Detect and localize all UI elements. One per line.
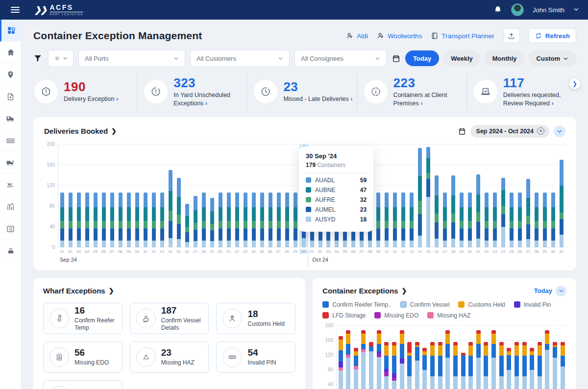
stacked-bar[interactable]: [392, 342, 396, 389]
bar-slot[interactable]: [266, 145, 274, 247]
bar-slot[interactable]: [383, 145, 391, 247]
sidebar-item-vessel[interactable]: [0, 240, 21, 262]
bar-slot[interactable]: [482, 145, 490, 247]
bar-slot[interactable]: [352, 326, 360, 389]
user-avatar[interactable]: [511, 3, 524, 16]
wharf-card-confirm-vessel-details[interactable]: 187Confirm Vessel Details: [130, 303, 209, 334]
bar-slot[interactable]: [337, 326, 344, 389]
customers-select[interactable]: All Customers: [190, 50, 290, 67]
period-weekly-button[interactable]: Weekly: [443, 50, 481, 66]
transport-planner-link[interactable]: Transport Planner: [431, 32, 494, 40]
wharf-card-customs-held[interactable]: 18Customs Held: [216, 303, 295, 334]
kpi-carousel-next-button[interactable]: ❯: [569, 78, 580, 89]
stacked-bar[interactable]: [518, 193, 522, 247]
period-custom-button[interactable]: Custom: [529, 50, 576, 66]
customer-link-woolworths[interactable]: Woolworths: [377, 32, 422, 40]
bar-slot[interactable]: [424, 145, 433, 247]
stacked-bar[interactable]: [194, 196, 197, 247]
wharf-card-invalid-pin[interactable]: 54Invalid PIN: [216, 341, 295, 373]
stacked-bar[interactable]: [219, 193, 222, 247]
bar-slot[interactable]: [258, 145, 266, 247]
bar-slot[interactable]: [224, 145, 233, 247]
bar-slot[interactable]: [540, 145, 549, 247]
stacked-bar[interactable]: [485, 193, 489, 247]
sidebar-item-analytics[interactable]: [0, 196, 21, 218]
sidebar-item-truck-dispatch[interactable]: [0, 152, 21, 174]
bar-slot[interactable]: [497, 326, 505, 389]
wharf-exceptions-title[interactable]: Wharf Exceptions❯: [43, 287, 295, 295]
stacked-bar[interactable]: [260, 193, 264, 247]
bar-slot[interactable]: [441, 145, 449, 247]
bar-slot[interactable]: [233, 145, 241, 247]
period-today-button[interactable]: Today: [405, 50, 439, 66]
bar-slot[interactable]: [528, 326, 536, 389]
stacked-bar[interactable]: [426, 147, 430, 247]
stacked-bar[interactable]: [493, 193, 497, 247]
bar-slot[interactable]: [142, 145, 150, 247]
bar-slot[interactable]: [100, 145, 108, 247]
wharf-card-total[interactable]: 1,290: [43, 380, 122, 389]
calendar-icon[interactable]: [392, 54, 400, 63]
stacked-bar[interactable]: [545, 330, 549, 389]
plot-area[interactable]: [336, 326, 566, 389]
hamburger-menu-icon[interactable]: [11, 7, 20, 13]
sidebar-item-reports-list[interactable]: [0, 218, 21, 240]
bar-slot[interactable]: [421, 326, 429, 389]
stacked-bar[interactable]: [560, 160, 564, 247]
bar-slot[interactable]: [208, 145, 216, 247]
bar-slot[interactable]: [175, 145, 183, 247]
bar-slot[interactable]: [444, 326, 452, 389]
stacked-bar[interactable]: [294, 193, 297, 247]
stacked-bar[interactable]: [85, 193, 89, 247]
bar-slot[interactable]: [125, 145, 133, 247]
stacked-bar[interactable]: [415, 342, 419, 389]
stacked-bar[interactable]: [202, 193, 206, 247]
sidebar-item-dashboard[interactable]: [0, 20, 21, 42]
bar-slot[interactable]: [507, 145, 515, 247]
stacked-bar[interactable]: [418, 148, 422, 247]
bar-slot[interactable]: [559, 326, 566, 389]
stacked-bar[interactable]: [384, 342, 389, 389]
container-exceptions-period-control[interactable]: Today: [534, 286, 566, 296]
consignees-select[interactable]: All Consignees: [294, 50, 387, 67]
bar-slot[interactable]: [413, 326, 421, 389]
stacked-bar[interactable]: [210, 198, 214, 247]
bar-slot[interactable]: [536, 326, 543, 389]
bar-slot[interactable]: [158, 145, 167, 247]
stacked-bar[interactable]: [227, 193, 231, 247]
bar-slot[interactable]: [360, 326, 368, 389]
stacked-bar[interactable]: [461, 353, 466, 389]
bar-slot[interactable]: [399, 145, 408, 247]
wharf-card-missing-haz[interactable]: 23Missing HAZ: [130, 341, 209, 373]
bar-slot[interactable]: [406, 326, 414, 389]
container-exceptions-chart[interactable]: 04080120160200: [322, 326, 566, 389]
stacked-bar[interactable]: [510, 193, 514, 247]
bar-slot[interactable]: [375, 326, 383, 389]
stacked-bar[interactable]: [377, 330, 381, 389]
sidebar-item-truck-schedule[interactable]: [0, 108, 21, 130]
bar-slot[interactable]: [374, 145, 383, 247]
stacked-bar[interactable]: [152, 193, 156, 247]
period-monthly-button[interactable]: Monthly: [485, 50, 525, 66]
clear-date-range-icon[interactable]: ✕: [537, 127, 544, 135]
stacked-bar[interactable]: [277, 193, 281, 247]
notification-bell-icon[interactable]: [493, 5, 502, 14]
bar-slot[interactable]: [416, 145, 424, 247]
stacked-bar[interactable]: [69, 193, 73, 247]
stacked-bar[interactable]: [460, 193, 464, 247]
stacked-bar[interactable]: [476, 330, 481, 389]
bar-slot[interactable]: [391, 145, 399, 247]
wharf-card-missing-edo[interactable]: 56Missing EDO: [43, 341, 122, 373]
kpi-in-yard-unscheduled[interactable]: 323 In Yard Unscheduled Exceptions ›: [137, 74, 246, 109]
stacked-bar[interactable]: [110, 193, 114, 247]
sidebar-item-forklift[interactable]: [0, 174, 21, 196]
stacked-bar[interactable]: [491, 330, 496, 389]
bar-slot[interactable]: [92, 145, 100, 247]
stacked-bar[interactable]: [269, 193, 272, 247]
stacked-bar[interactable]: [501, 178, 505, 247]
export-upload-button[interactable]: [503, 28, 520, 43]
stacked-bar[interactable]: [160, 193, 164, 247]
stacked-bar[interactable]: [543, 193, 547, 247]
stacked-bar[interactable]: [514, 342, 519, 389]
wharf-card-confirm-reefer-temp[interactable]: 16Confirm Reefer Temp: [43, 303, 122, 334]
